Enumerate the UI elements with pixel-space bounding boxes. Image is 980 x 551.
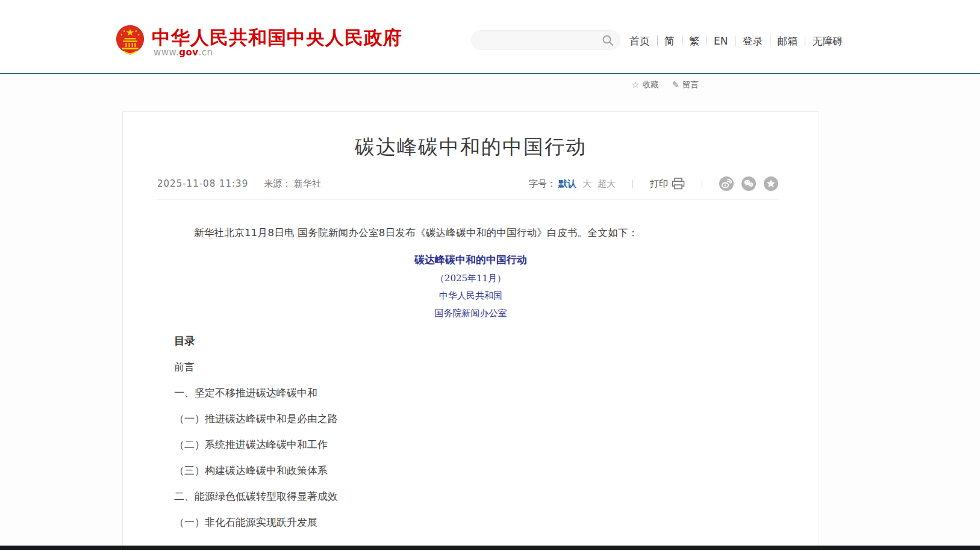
toc-item: （一）推进碳达峰碳中和是必由之路 [174, 412, 767, 425]
page-actions: ☆ 收藏 ✎ 留言 [631, 79, 699, 90]
lead-paragraph: 新华社北京11月8日电 国务院新闻办公室8日发布《碳达峰碳中和的中国行动》白皮书… [174, 225, 767, 241]
nav-simplified-chinese[interactable]: 简 [657, 34, 682, 48]
favorite-button[interactable]: ☆ 收藏 [631, 79, 658, 90]
printer-icon [672, 178, 685, 190]
print-label: 打印 [650, 178, 668, 190]
search-input[interactable] [472, 31, 602, 49]
weibo-share-icon[interactable] [719, 176, 734, 191]
toc-item: （三）构建碳达峰碳中和政策体系 [174, 464, 767, 477]
wechat-share-icon[interactable] [741, 176, 756, 191]
source: 来源： 新华社 [264, 178, 321, 190]
site-header: 中华人民共和国中央人民政府 www.gov.cn 首页 简 繁 EN 登录 邮箱… [0, 0, 980, 73]
nav-login[interactable]: 登录 [735, 34, 770, 48]
comment-button[interactable]: ✎ 留言 [672, 79, 699, 90]
national-emblem-icon [114, 24, 146, 60]
toc-item: 前言 [174, 360, 767, 373]
print-button[interactable]: 打印 [650, 178, 685, 190]
document-date: （2025年11月） [174, 272, 767, 284]
document-author-line2: 国务院新闻办公室 [174, 307, 767, 319]
nav-home[interactable]: 首页 [628, 34, 657, 48]
article-meta-row: 2025-11-08 11:39 来源： 新华社 字号： 默认 大 超大 打印 [157, 176, 778, 200]
search-box[interactable] [471, 30, 620, 50]
star-outline-icon: ☆ [631, 79, 639, 90]
site-url: www.gov.cn [154, 47, 213, 58]
fontsize-xlarge-button[interactable]: 超大 [598, 178, 616, 190]
search-icon[interactable] [602, 34, 614, 46]
nav-mail[interactable]: 邮箱 [770, 34, 805, 48]
toc-item: （二）系统推进碳达峰碳中和工作 [174, 438, 767, 451]
article-title: 碳达峰碳中和的中国行动 [123, 134, 819, 161]
nav-traditional-chinese[interactable]: 繁 [682, 34, 707, 48]
site-url-prefix: www. [154, 47, 179, 58]
toolbar-divider [632, 179, 633, 188]
article-toolbar: 字号： 默认 大 超大 打印 [529, 176, 778, 191]
article-card: 碳达峰碳中和的中国行动 2025-11-08 11:39 来源： 新华社 字号：… [122, 111, 819, 551]
publish-date: 2025-11-08 11:39 [157, 178, 248, 189]
header-nav: 首页 简 繁 EN 登录 邮箱 无障碍 [628, 34, 850, 48]
viewport-bottom-bar [0, 546, 980, 550]
fontsize-label: 字号： [529, 178, 556, 190]
source-value[interactable]: 新华社 [294, 178, 321, 189]
fontsize-default-button[interactable]: 默认 [558, 178, 576, 190]
document-author-line1: 中华人民共和国 [174, 290, 767, 302]
comment-label: 留言 [682, 79, 699, 90]
toc-item: （一）非化石能源实现跃升发展 [174, 515, 767, 529]
toolbar-divider [702, 179, 702, 188]
favorite-label: 收藏 [642, 79, 658, 90]
header-divider [0, 73, 980, 74]
qzone-share-icon[interactable] [764, 176, 778, 191]
nav-accessibility[interactable]: 无障碍 [805, 34, 850, 48]
article-meta-left: 2025-11-08 11:39 来源： 新华社 [157, 178, 321, 190]
site-url-gov: gov [179, 47, 198, 58]
toc-heading: 目录 [174, 334, 767, 347]
toc-item: 一、坚定不移推进碳达峰碳中和 [174, 386, 767, 399]
article-body: 新华社北京11月8日电 国务院新闻办公室8日发布《碳达峰碳中和的中国行动》白皮书… [174, 225, 767, 529]
source-label: 来源： [264, 178, 291, 189]
document-title: 碳达峰碳中和的中国行动 [174, 253, 767, 267]
nav-english[interactable]: EN [707, 35, 735, 47]
toc-item: 二、能源绿色低碳转型取得显著成效 [174, 490, 767, 503]
page: 中华人民共和国中央人民政府 www.gov.cn 首页 简 繁 EN 登录 邮箱… [0, 0, 980, 551]
fontsize-large-button[interactable]: 大 [582, 178, 591, 190]
pencil-icon: ✎ [672, 79, 679, 90]
site-url-suffix: .cn [199, 47, 213, 58]
share-icons [719, 176, 778, 191]
